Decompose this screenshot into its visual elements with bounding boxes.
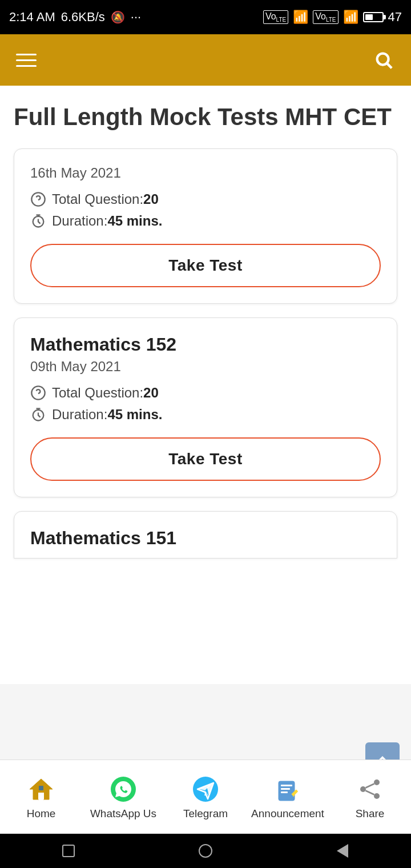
test-card-1: 16th May 2021 Total Question:20 Duration…	[14, 148, 397, 304]
nav-item-whatsapp[interactable]: WhatsApp Us	[82, 760, 164, 834]
svg-rect-17	[281, 788, 290, 790]
back-button[interactable]	[331, 839, 354, 862]
svg-rect-15	[279, 781, 295, 801]
announcement-icon	[273, 774, 303, 804]
more-dots: ···	[131, 10, 141, 25]
volte-icon-2: VoLTE	[313, 10, 338, 24]
nav-telegram-label: Telegram	[183, 807, 228, 820]
take-test-button-1[interactable]: Take Test	[30, 244, 381, 287]
svg-point-22	[360, 786, 366, 792]
card-2-dur-val: 45 mins.	[107, 407, 162, 422]
toolbar	[0, 34, 411, 86]
nav-announcement-label: Announcement	[251, 807, 324, 820]
card-1-date: 16th May 2021	[30, 165, 381, 181]
battery-icon	[363, 12, 384, 22]
nav-item-home[interactable]: Home	[0, 760, 82, 834]
android-nav-bar	[0, 834, 411, 868]
home-button[interactable]	[194, 839, 217, 862]
take-test-button-2[interactable]: Take Test	[30, 437, 381, 481]
card-1-duration: Duration:45 mins.	[30, 213, 381, 229]
svg-rect-18	[281, 791, 288, 793]
card-2-questions: Total Question:20	[30, 385, 381, 401]
svg-line-24	[366, 790, 374, 794]
card-2-duration: Duration:45 mins.	[30, 407, 381, 423]
nav-home-label: Home	[27, 807, 56, 820]
bottom-nav: Home WhatsApp Us Telegram	[0, 760, 411, 834]
share-icon	[355, 774, 385, 804]
svg-rect-9	[38, 793, 44, 799]
question-icon-2	[30, 385, 46, 401]
telegram-icon	[191, 774, 220, 804]
card-2-date: 09th May 2021	[30, 359, 381, 375]
timer-icon-2	[30, 407, 46, 423]
mute-icon: 🔕	[111, 10, 125, 24]
svg-line-23	[366, 783, 374, 787]
recent-apps-button[interactable]	[57, 839, 80, 862]
card-2-q-count: 20	[143, 385, 159, 400]
status-network: 6.6KB/s	[61, 10, 105, 25]
nav-whatsapp-label: WhatsApp Us	[90, 807, 156, 820]
home-icon	[26, 774, 56, 804]
test-card-3-partial: Mathematics 151	[14, 511, 397, 558]
signal-icon-1: 📶	[293, 10, 308, 25]
card-2-title: Mathematics 152	[30, 334, 381, 355]
nav-share-label: Share	[356, 807, 385, 820]
signal-icon-2: 📶	[343, 10, 358, 25]
svg-rect-16	[281, 785, 292, 786]
svg-point-21	[374, 793, 380, 799]
question-icon-1	[30, 191, 46, 207]
nav-item-announcement[interactable]: Announcement	[247, 760, 329, 834]
nav-item-telegram[interactable]: Telegram	[164, 760, 247, 834]
main-content: Full Length Mock Tests MHT CET 16th May …	[0, 86, 411, 684]
card-1-dur-val: 45 mins.	[107, 213, 162, 228]
svg-rect-10	[39, 786, 43, 790]
volte-icon: VoLTE	[263, 10, 288, 24]
svg-point-0	[377, 54, 389, 65]
timer-icon-1	[30, 213, 46, 229]
search-button[interactable]	[372, 49, 395, 71]
menu-button[interactable]	[16, 54, 37, 67]
svg-line-1	[387, 63, 392, 68]
test-card-2: Mathematics 152 09th May 2021 Total Ques…	[14, 318, 397, 497]
whatsapp-icon	[108, 774, 138, 804]
nav-item-share[interactable]: Share	[329, 760, 411, 834]
card-1-questions: Total Question:20	[30, 191, 381, 207]
battery-level: 47	[388, 10, 402, 25]
svg-point-20	[374, 779, 380, 785]
status-time: 2:14 AM	[9, 10, 55, 25]
status-bar: 2:14 AM 6.6KB/s 🔕 ··· VoLTE 📶 VoLTE 📶 47	[0, 0, 411, 34]
card-1-q-count: 20	[143, 191, 159, 207]
card-3-title: Mathematics 151	[30, 528, 381, 549]
page-title: Full Length Mock Tests MHT CET	[14, 103, 397, 131]
